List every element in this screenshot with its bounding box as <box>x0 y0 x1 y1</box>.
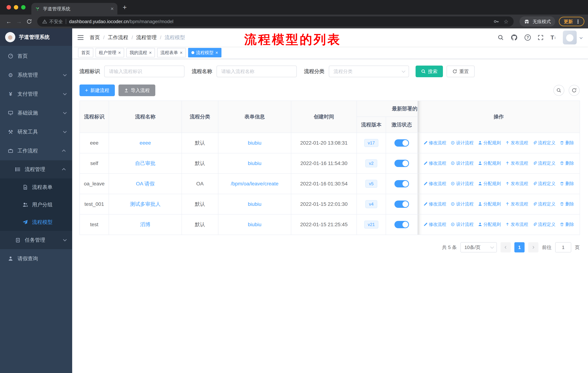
bookmark-star-icon[interactable] <box>504 18 509 25</box>
sidebar-item-process-management[interactable]: 流程管理 <box>0 160 72 179</box>
process-name-link[interactable]: OA 请假 <box>136 181 155 186</box>
publish-process-link[interactable]: 发布流程 <box>505 201 528 207</box>
edit-process-link[interactable]: 修改流程 <box>423 222 446 227</box>
sidebar-item-payment[interactable]: 支付管理 <box>0 84 72 103</box>
help-icon[interactable] <box>525 34 531 40</box>
edit-process-link[interactable]: 修改流程 <box>423 140 446 146</box>
window-zoom-button[interactable] <box>21 5 26 10</box>
refresh-table-button[interactable] <box>569 85 580 96</box>
close-icon[interactable] <box>149 50 152 55</box>
window-close-button[interactable] <box>7 5 11 10</box>
assign-rule-link[interactable]: 分配规则 <box>478 222 501 227</box>
process-definition-link[interactable]: 流程定义 <box>533 201 556 207</box>
security-chip[interactable]: 不安全 <box>42 19 63 25</box>
reset-button[interactable]: 重置 <box>447 66 475 77</box>
password-key-icon[interactable] <box>494 19 499 24</box>
tag-home[interactable]: 首页 <box>78 48 93 57</box>
search-icon[interactable] <box>498 34 504 40</box>
design-process-link[interactable]: 设计流程 <box>451 201 473 207</box>
process-name-link[interactable]: 滔博 <box>140 222 150 227</box>
publish-process-link[interactable]: 发布流程 <box>505 181 528 186</box>
delete-link[interactable]: 删除 <box>560 181 574 186</box>
tag-my-process[interactable]: 我的流程 <box>126 48 155 57</box>
sidebar-item-process-model[interactable]: 流程模型 <box>0 213 72 231</box>
assign-rule-link[interactable]: 分配规则 <box>478 160 501 166</box>
tag-process-form[interactable]: 流程表单 <box>157 48 186 57</box>
process-name-link[interactable]: 测试多审批人 <box>130 201 161 207</box>
goto-page-input[interactable]: 1 <box>555 242 571 252</box>
process-name-link[interactable]: 自己审批 <box>135 161 156 166</box>
publish-process-link[interactable]: 发布流程 <box>505 222 528 227</box>
fullscreen-icon[interactable] <box>538 35 544 40</box>
sidebar-item-process-form[interactable]: 流程表单 <box>0 179 72 196</box>
edit-process-link[interactable]: 修改流程 <box>423 201 446 207</box>
reload-button[interactable] <box>24 16 34 27</box>
delete-link[interactable]: 删除 <box>560 222 574 227</box>
active-toggle[interactable] <box>394 180 409 187</box>
new-tab-button[interactable] <box>120 2 130 12</box>
sidebar-toggle-button[interactable] <box>77 35 84 40</box>
design-process-link[interactable]: 设计流程 <box>451 160 473 166</box>
browser-update-pill[interactable]: 更新 <box>559 17 584 26</box>
toggle-search-button[interactable] <box>553 85 564 96</box>
close-icon[interactable] <box>118 50 121 55</box>
process-name-input[interactable]: 请输入流程名称 <box>217 66 297 77</box>
page-size-select[interactable]: 10条/页 <box>460 242 497 252</box>
form-info-link[interactable]: biubiu <box>248 201 262 207</box>
next-page-button[interactable] <box>528 242 538 252</box>
font-size-icon[interactable] <box>550 34 556 41</box>
process-category-select[interactable]: 流程分类 <box>329 66 409 77</box>
close-icon[interactable] <box>215 50 218 55</box>
design-process-link[interactable]: 设计流程 <box>451 222 473 227</box>
process-definition-link[interactable]: 流程定义 <box>533 140 556 146</box>
address-bar[interactable]: 不安全 dashboard.yudao.iocoder.cn/bpm/manag… <box>37 16 514 27</box>
browser-tab[interactable]: 芋道管理系统 <box>31 3 117 15</box>
sidebar-item-home[interactable]: 首页 <box>0 47 72 66</box>
sidebar-item-task-management[interactable]: 任务管理 <box>0 231 72 249</box>
import-process-button[interactable]: 导入流程 <box>118 84 155 96</box>
active-toggle[interactable] <box>394 139 409 147</box>
delete-link[interactable]: 删除 <box>560 160 574 166</box>
tag-process-model[interactable]: 流程模型 <box>188 48 221 57</box>
browser-menu-icon[interactable] <box>575 19 580 25</box>
process-definition-link[interactable]: 流程定义 <box>533 181 556 186</box>
github-icon[interactable] <box>511 34 518 41</box>
active-toggle[interactable] <box>394 201 409 208</box>
publish-process-link[interactable]: 发布流程 <box>505 140 528 146</box>
current-page-button[interactable]: 1 <box>514 242 525 252</box>
form-info-link[interactable]: biubiu <box>248 222 262 227</box>
tab-close-icon[interactable] <box>110 6 114 11</box>
sidebar-item-dev-tools[interactable]: 研发工具 <box>0 122 72 141</box>
active-toggle[interactable] <box>394 160 409 167</box>
sidebar-item-infrastructure[interactable]: 基础设施 <box>0 103 72 122</box>
edit-process-link[interactable]: 修改流程 <box>423 181 446 186</box>
breadcrumb-workflow[interactable]: 工作流程 <box>108 34 128 41</box>
assign-rule-link[interactable]: 分配规则 <box>478 140 501 146</box>
assign-rule-link[interactable]: 分配规则 <box>478 201 501 207</box>
form-info-link[interactable]: biubiu <box>248 161 262 166</box>
form-info-link[interactable]: biubiu <box>248 140 262 146</box>
delete-link[interactable]: 删除 <box>560 140 574 146</box>
prev-page-button[interactable] <box>501 242 511 252</box>
back-button[interactable] <box>4 16 14 27</box>
process-definition-link[interactable]: 流程定义 <box>533 222 556 227</box>
search-button[interactable]: 搜索 <box>416 66 443 77</box>
design-process-link[interactable]: 设计流程 <box>451 140 473 146</box>
sidebar-item-leave-query[interactable]: 请假查询 <box>0 249 72 268</box>
edit-process-link[interactable]: 修改流程 <box>423 160 446 166</box>
process-name-link[interactable]: eeee <box>140 140 151 146</box>
assign-rule-link[interactable]: 分配规则 <box>478 181 501 186</box>
design-process-link[interactable]: 设计流程 <box>451 181 473 186</box>
publish-process-link[interactable]: 发布流程 <box>505 160 528 166</box>
sidebar-item-user-group[interactable]: 用户分组 <box>0 196 72 213</box>
window-minimize-button[interactable] <box>14 5 18 10</box>
close-icon[interactable] <box>180 50 182 55</box>
delete-link[interactable]: 删除 <box>560 201 574 207</box>
forward-button[interactable] <box>14 16 24 27</box>
active-toggle[interactable] <box>394 221 409 228</box>
app-logo[interactable]: 芋道管理系统 <box>0 28 72 46</box>
breadcrumb-home[interactable]: 首页 <box>90 34 100 41</box>
process-key-input[interactable]: 请输入流程标识 <box>104 66 184 77</box>
process-definition-link[interactable]: 流程定义 <box>533 160 556 166</box>
tag-tenant-management[interactable]: 租户管理 <box>95 48 124 57</box>
